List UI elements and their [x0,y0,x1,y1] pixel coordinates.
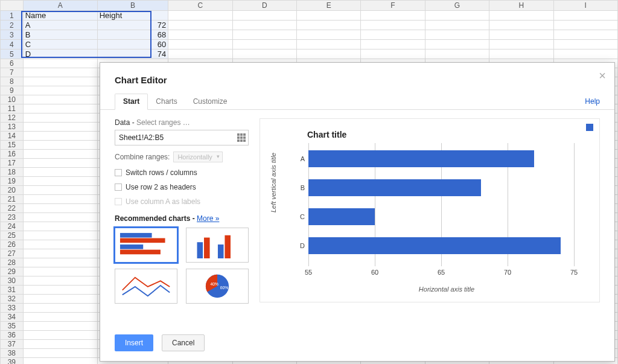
cell[interactable] [296,11,360,21]
cell[interactable] [23,123,97,132]
row-header[interactable]: 9 [1,86,24,95]
row-header[interactable]: 27 [1,249,24,258]
cell[interactable] [489,21,553,30]
tab-charts[interactable]: Charts [148,94,185,109]
cell[interactable] [23,141,97,150]
row-header[interactable]: 26 [1,240,24,249]
row-header[interactable]: 28 [1,258,24,267]
cell[interactable] [23,213,97,222]
cell[interactable] [489,40,553,49]
help-link[interactable]: Help [585,97,600,109]
row-header[interactable]: 4 [1,40,24,49]
cell[interactable] [553,11,618,21]
close-icon[interactable]: × [599,69,606,83]
cell[interactable] [168,40,232,49]
row-header[interactable]: 38 [1,349,24,358]
cell[interactable] [23,295,97,304]
row-header[interactable]: 24 [1,222,24,231]
cell[interactable]: 60 [97,40,168,49]
cell[interactable] [489,30,553,40]
cell[interactable] [232,30,296,40]
col-header[interactable]: I [553,1,618,11]
cell[interactable] [23,340,97,349]
row-header[interactable]: 13 [1,123,24,132]
cell[interactable]: A [23,21,97,30]
row-header[interactable]: 22 [1,204,24,213]
switch-rows-checkbox[interactable] [115,169,122,176]
cell[interactable] [23,358,97,365]
cell[interactable] [296,40,360,49]
row-header[interactable]: 21 [1,195,24,204]
cell[interactable] [489,11,553,21]
cell[interactable] [296,30,360,40]
cell[interactable] [23,349,97,358]
row-header[interactable]: 19 [1,177,24,186]
cell[interactable] [23,150,97,159]
tab-customize[interactable]: Customize [185,94,235,109]
cell[interactable]: 72 [97,21,168,30]
row-header[interactable]: 6 [1,59,24,68]
col-header[interactable]: G [425,1,489,11]
tab-start[interactable]: Start [115,94,148,110]
row-header[interactable]: 11 [1,104,24,113]
col-header[interactable]: H [489,1,553,11]
cell[interactable] [23,231,97,240]
cell[interactable] [425,49,489,59]
cell[interactable] [23,286,97,295]
row-header[interactable]: 7 [1,68,24,77]
cell[interactable] [23,313,97,322]
cell[interactable] [23,77,97,86]
insert-button[interactable]: Insert [115,334,153,351]
cell[interactable] [23,258,97,267]
cell[interactable] [361,11,425,21]
cell[interactable] [232,40,296,49]
row2-headers-checkbox[interactable] [115,184,122,191]
row-header[interactable]: 17 [1,159,24,168]
row-header[interactable]: 2 [1,21,24,30]
cell[interactable] [361,30,425,40]
cell[interactable] [168,49,232,59]
cell[interactable] [23,177,97,186]
row-header[interactable]: 14 [1,132,24,141]
cell[interactable] [23,186,97,195]
cell[interactable] [23,222,97,231]
row-header[interactable]: 12 [1,113,24,123]
col-header[interactable]: D [232,1,296,11]
row-header[interactable]: 5 [1,49,24,59]
col-header[interactable]: E [296,1,360,11]
row-header[interactable]: 20 [1,186,24,195]
cell[interactable] [553,21,618,30]
cell[interactable] [361,40,425,49]
row-header[interactable]: 3 [1,30,24,40]
row-header[interactable]: 30 [1,276,24,286]
cell[interactable] [23,195,97,204]
cell[interactable] [168,11,232,21]
cell[interactable] [296,21,360,30]
cell[interactable] [23,276,97,286]
row-header[interactable]: 39 [1,358,24,365]
col-header[interactable]: A [23,1,97,11]
cell[interactable]: 74 [97,49,168,59]
cell[interactable] [23,159,97,168]
cell[interactable]: Name [23,11,97,21]
more-charts-link[interactable]: More » [197,214,219,223]
cell[interactable] [361,49,425,59]
cell[interactable] [23,104,97,113]
cell[interactable] [168,30,232,40]
cell[interactable] [361,21,425,30]
cell[interactable] [168,21,232,30]
cell[interactable] [23,68,97,77]
row-header[interactable]: 18 [1,168,24,177]
cell[interactable] [23,240,97,249]
cell[interactable]: 68 [97,30,168,40]
col-header[interactable]: B [97,1,168,11]
cell[interactable]: B [23,30,97,40]
row-header[interactable]: 1 [1,11,24,21]
cell[interactable]: C [23,40,97,49]
cell[interactable] [23,267,97,276]
data-range-input[interactable]: Sheet1!A2:B5 [115,130,249,145]
cell[interactable] [425,30,489,40]
cell[interactable] [425,21,489,30]
cell[interactable] [23,95,97,104]
row-header[interactable]: 35 [1,322,24,331]
